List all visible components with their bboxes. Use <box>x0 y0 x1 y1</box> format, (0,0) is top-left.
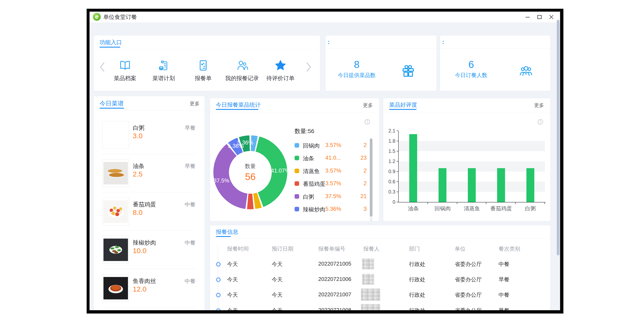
cell-meal-type: 早餐 <box>498 276 510 283</box>
tab-todays-menu[interactable]: 今日菜谱 <box>100 99 124 108</box>
donut-center-value: 56 <box>245 171 256 182</box>
cell-time: 今天 <box>227 307 238 310</box>
timeline-dot[interactable] <box>216 262 220 266</box>
legend-row[interactable]: 回锅肉 3.57% 2 <box>294 141 367 150</box>
timeline-dot[interactable] <box>216 309 220 310</box>
people-icon <box>235 59 249 72</box>
dish-price: 3.0 <box>133 132 142 140</box>
tab-function-entry[interactable]: 功能入口 <box>100 39 122 46</box>
legend-scrollbar-thumb[interactable] <box>370 138 372 217</box>
x-category-label: 番茄鸡蛋 <box>486 205 516 212</box>
col-header-order-no: 报餐单编号 <box>318 245 345 253</box>
legend-name: 辣椒炒肉 <box>303 206 325 213</box>
x-category-label: 油条 <box>399 205 428 212</box>
legend-pct: 3.57% <box>325 142 341 148</box>
timeline-dot[interactable] <box>216 293 220 297</box>
legend-count: 23 <box>360 155 367 161</box>
dish-name: 油条 <box>133 162 144 170</box>
legend-row[interactable]: 清蒸鱼 3.57% 2 <box>294 167 367 176</box>
window-scrollbar-thumb[interactable] <box>557 20 560 255</box>
function-item-recipe-plan[interactable]: 菜谱计划 <box>142 59 186 82</box>
col-header-dept: 部门 <box>409 245 420 253</box>
legend-pct: 3.57% <box>325 168 341 174</box>
legend-swatch <box>294 143 299 148</box>
donut-chart: 数量 56 41.07%37.5%5.36%5.36% <box>213 135 287 209</box>
legend-name: 白粥 <box>303 193 314 201</box>
cell-meal-type: 中餐 <box>498 261 510 268</box>
donut-slice-label: 5.36% <box>237 140 253 146</box>
legend-row[interactable]: 番茄鸡蛋 3.57% 2 <box>294 179 367 188</box>
cell-time: 今天 <box>227 291 238 299</box>
meal-type-tag: 中餐 <box>185 278 196 285</box>
legend-swatch <box>294 194 299 199</box>
col-header-unit: 单位 <box>455 245 466 253</box>
redacted-person-name <box>362 274 374 285</box>
cell-date: 今天 <box>272 276 282 283</box>
function-item-orders-to-review[interactable]: 待评价订单 <box>259 59 302 82</box>
donut-center-label: 数量 <box>245 163 256 170</box>
function-item-label: 报餐单 <box>181 74 225 82</box>
meal-type-tag: 中餐 <box>185 201 196 208</box>
close-button[interactable] <box>547 12 556 22</box>
stat-value: 8 <box>326 59 388 70</box>
col-header-meal-type: 餐次类别 <box>498 245 520 253</box>
y-tick-label: 1.8 <box>384 138 395 144</box>
cell-time: 今天 <box>227 261 238 268</box>
stat-card-dishes-today: : 8 今日提供菜品数 <box>325 35 437 91</box>
stats-more-link[interactable]: 更多 <box>363 102 373 109</box>
y-tick-label: 0.6 <box>384 179 395 185</box>
cell-unit: 省委办公厅 <box>455 291 482 299</box>
maximize-button[interactable] <box>535 12 544 22</box>
cell-unit: 省委办公厅 <box>455 307 482 310</box>
legend-pct: 3.57% <box>325 180 341 187</box>
dish-name: 鱼香肉丝 <box>133 277 156 285</box>
dish-photo <box>102 236 129 264</box>
timeline-dot[interactable] <box>216 278 220 282</box>
legend-row[interactable]: 白粥 37.5% 21 <box>294 192 367 201</box>
dish-rating-panel: 菜品好评度 更多 00.30.60.91.21.51.82.1 油条回锅肉清蒸鱼… <box>383 98 550 221</box>
rating-bar <box>468 168 476 202</box>
stat-card-diners-today: : 6 今日订餐人数 <box>440 35 550 91</box>
rating-more-link[interactable]: 更多 <box>534 102 544 109</box>
stat-label: 今日订餐人数 <box>440 72 502 79</box>
col-header-person: 报餐人 <box>363 245 380 253</box>
stat-value: 6 <box>440 59 502 70</box>
dish-photo <box>102 274 129 302</box>
rating-panel-header: 菜品好评度 更多 <box>383 98 550 112</box>
carousel-right-arrow-icon[interactable] <box>306 62 312 72</box>
info-icon[interactable] <box>538 119 543 125</box>
tab-meal-stats[interactable]: 今日报餐菜品统计 <box>216 101 261 109</box>
meal-type-tag: 中餐 <box>185 239 196 247</box>
window-title: 单位食堂订餐 <box>103 12 137 22</box>
x-axis-line <box>398 202 545 202</box>
y-tick-label: 0.3 <box>384 189 395 195</box>
function-item-my-meal-records[interactable]: 我的报餐记录 <box>220 59 264 82</box>
col-header-date: 预订日期 <box>272 245 293 253</box>
function-item-dish-archive[interactable]: 菜品档案 <box>103 59 147 82</box>
tab-meal-orders[interactable]: 报餐信息 <box>216 228 238 236</box>
gift-icon <box>401 64 416 78</box>
rating-bar <box>526 168 534 202</box>
y-tick-label: 0 <box>384 199 395 205</box>
cell-order-no: 20220721006 <box>318 276 351 282</box>
info-icon[interactable] <box>364 119 370 125</box>
stats-panel-header: 今日报餐菜品统计 更多 <box>210 98 379 112</box>
legend-pct: 37.5% <box>325 193 341 200</box>
cell-dept: 行政处 <box>409 261 425 268</box>
cell-meal-type: 中餐 <box>498 291 510 299</box>
menu-more-link[interactable]: 更多 <box>190 100 200 107</box>
dish-photo <box>102 198 129 226</box>
legend-row[interactable]: 辣椒炒肉 5.36% 3 <box>294 205 367 214</box>
x-category-label: 白粥 <box>516 205 545 212</box>
dish-name: 白粥 <box>133 124 144 132</box>
app-logo-icon: e <box>93 13 101 21</box>
function-item-meal-order-form[interactable]: 报餐单 <box>181 59 225 82</box>
stat-card-header: : <box>326 35 436 48</box>
minimize-button[interactable] <box>524 12 532 22</box>
tab-dish-rating[interactable]: 菜品好评度 <box>389 101 417 109</box>
function-panel-header: 功能入口 <box>94 35 320 49</box>
legend-row[interactable]: 油条 41.0... 23 <box>294 154 367 163</box>
team-icon <box>519 64 533 78</box>
y-tick-label: 1.5 <box>384 148 395 154</box>
legend-swatch <box>294 169 299 173</box>
